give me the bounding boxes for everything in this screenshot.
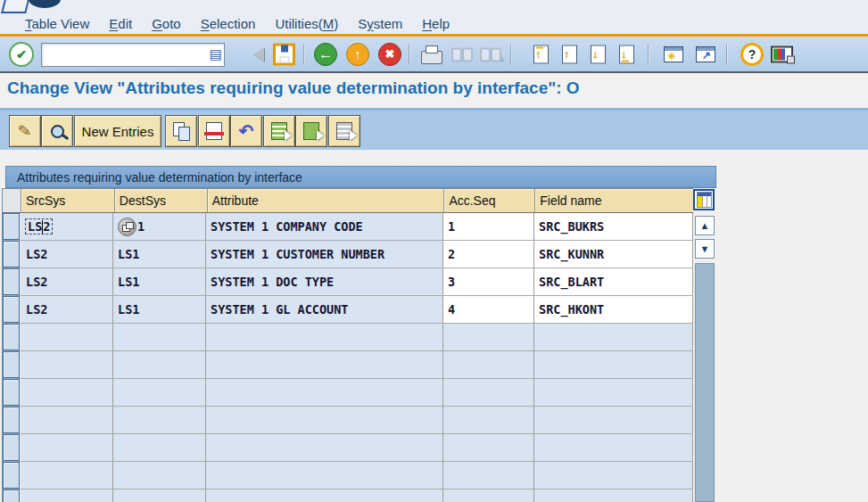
cell-accseq[interactable]: 1 bbox=[443, 213, 534, 240]
cell-destsys[interactable]: LS1 bbox=[113, 296, 206, 323]
menu-goto[interactable]: Goto bbox=[152, 16, 181, 31]
cell-destsys[interactable]: LS1 bbox=[113, 268, 206, 295]
cell-attribute[interactable] bbox=[206, 434, 443, 461]
row-selector[interactable] bbox=[3, 490, 20, 502]
row-selector[interactable] bbox=[3, 213, 20, 240]
row-selector[interactable] bbox=[3, 296, 20, 323]
cell-accseq[interactable] bbox=[443, 407, 534, 433]
cell-destsys[interactable] bbox=[113, 324, 206, 350]
cell-srcsys[interactable]: LS2 bbox=[21, 296, 113, 323]
cell-attribute[interactable] bbox=[206, 351, 443, 378]
row-selector[interactable] bbox=[3, 241, 20, 267]
row-selector[interactable] bbox=[3, 407, 20, 433]
last-page-button[interactable]: ↓ bbox=[619, 45, 634, 63]
cell-destsys[interactable] bbox=[113, 407, 206, 433]
row-selector[interactable] bbox=[3, 324, 20, 350]
scrollbar-thumb[interactable] bbox=[695, 263, 715, 502]
column-header-attribute[interactable]: Attribute bbox=[208, 189, 445, 212]
cell-srcsys[interactable] bbox=[21, 324, 113, 350]
find-button[interactable] bbox=[451, 47, 473, 61]
cell-accseq[interactable] bbox=[443, 379, 534, 406]
cell-accseq[interactable] bbox=[443, 324, 534, 350]
select-all-button[interactable] bbox=[263, 115, 295, 147]
cell-fieldname[interactable] bbox=[534, 407, 693, 433]
cell-accseq[interactable] bbox=[443, 462, 534, 489]
cell-srcsys[interactable]: LS2 bbox=[21, 268, 113, 295]
cell-destsys[interactable] bbox=[113, 462, 206, 489]
menu-selection[interactable]: Selection bbox=[201, 16, 256, 31]
cell-fieldname[interactable]: SRC_BLART bbox=[534, 268, 693, 295]
cell-attribute[interactable] bbox=[206, 379, 443, 406]
first-page-button[interactable]: ↑ bbox=[533, 45, 549, 63]
cell-srcsys[interactable] bbox=[21, 379, 113, 406]
enter-button[interactable]: ✔ bbox=[9, 42, 34, 67]
cell-fieldname[interactable] bbox=[534, 462, 693, 489]
cell-srcsys[interactable]: LS2 bbox=[21, 241, 113, 267]
cell-attribute[interactable] bbox=[206, 407, 443, 433]
cell-attribute[interactable]: SYSTEM 1 CUSTOMER NUMBER bbox=[206, 241, 443, 267]
back-button[interactable]: ← bbox=[314, 43, 337, 66]
row-selector[interactable] bbox=[3, 379, 20, 406]
cell-attribute[interactable] bbox=[206, 490, 443, 502]
exit-button[interactable]: ↑ bbox=[346, 43, 369, 66]
select-all-rows-header[interactable] bbox=[3, 189, 21, 212]
row-selector[interactable] bbox=[3, 268, 20, 295]
help-button[interactable]: ? bbox=[740, 43, 764, 66]
delete-row-button[interactable] bbox=[198, 115, 230, 147]
cell-attribute[interactable] bbox=[206, 324, 443, 350]
cell-srcsys[interactable] bbox=[21, 351, 113, 378]
cell-destsys[interactable]: LS1 bbox=[113, 241, 206, 267]
customize-layout-button[interactable] bbox=[771, 45, 793, 62]
cell-attribute[interactable]: SYSTEM 1 DOC TYPE bbox=[206, 268, 443, 295]
cell-accseq[interactable] bbox=[443, 434, 534, 461]
cell-srcsys[interactable]: LS2 bbox=[21, 213, 113, 240]
cell-destsys[interactable] bbox=[113, 351, 206, 378]
command-input[interactable] bbox=[44, 45, 206, 65]
cell-attribute[interactable]: SYSTEM 1 GL ACCOUNT bbox=[206, 296, 443, 323]
column-header-accseq[interactable]: Acc.Seq bbox=[444, 189, 535, 212]
cell-destsys[interactable]: 1 bbox=[113, 213, 206, 240]
display-change-toggle-button[interactable]: ✎ bbox=[9, 115, 41, 147]
undo-button[interactable]: ↶ bbox=[230, 115, 262, 147]
create-shortcut-button[interactable]: ↗ bbox=[696, 46, 715, 62]
cell-attribute[interactable] bbox=[206, 462, 443, 489]
menu-help[interactable]: Help bbox=[422, 16, 450, 31]
scroll-down-button[interactable]: ▼ bbox=[695, 239, 715, 259]
cell-accseq[interactable] bbox=[443, 351, 534, 378]
column-header-srcsys[interactable]: SrcSys bbox=[21, 189, 115, 212]
cell-accseq[interactable]: 2 bbox=[443, 241, 534, 267]
command-history-icon[interactable]: ▤ bbox=[210, 46, 222, 62]
find-next-button[interactable]: + bbox=[480, 47, 501, 61]
cell-fieldname[interactable] bbox=[534, 490, 693, 502]
new-session-button[interactable]: ✳ bbox=[664, 46, 683, 62]
cell-accseq[interactable]: 4 bbox=[443, 296, 534, 323]
new-entries-button[interactable]: New Entries bbox=[74, 115, 161, 147]
menu-utilities[interactable]: Utilities(M) bbox=[275, 16, 338, 31]
menu-edit[interactable]: Edit bbox=[109, 16, 132, 31]
cell-fieldname[interactable]: SRC_KUNNR bbox=[534, 241, 693, 267]
cell-attribute[interactable]: SYSTEM 1 COMPANY CODE bbox=[206, 213, 443, 240]
cell-srcsys[interactable] bbox=[21, 462, 113, 489]
save-button[interactable] bbox=[273, 43, 295, 65]
command-field[interactable]: ▤ bbox=[41, 43, 225, 67]
column-header-fieldname[interactable]: Field name bbox=[535, 189, 694, 212]
next-page-button[interactable]: ↓ bbox=[591, 45, 606, 63]
collapse-panel-button[interactable] bbox=[253, 47, 264, 62]
print-button[interactable] bbox=[421, 45, 442, 64]
table-configuration-button[interactable] bbox=[693, 189, 715, 210]
cell-fieldname[interactable]: SRC_BUKRS bbox=[534, 213, 693, 240]
deselect-all-button[interactable] bbox=[328, 115, 360, 147]
row-selector[interactable] bbox=[3, 351, 20, 378]
scroll-up-button[interactable]: ▲ bbox=[695, 216, 715, 235]
cell-fieldname[interactable] bbox=[534, 324, 693, 350]
cell-destsys[interactable] bbox=[113, 379, 206, 406]
cell-srcsys[interactable] bbox=[21, 434, 113, 461]
cell-srcsys[interactable] bbox=[21, 407, 113, 433]
menu-table-view[interactable]: Table View bbox=[25, 16, 89, 31]
previous-page-button[interactable]: ↑ bbox=[562, 45, 577, 63]
menu-system[interactable]: System bbox=[358, 16, 402, 31]
row-selector[interactable] bbox=[3, 434, 20, 461]
column-header-destsys[interactable]: DestSys bbox=[115, 189, 208, 212]
cell-accseq[interactable]: 3 bbox=[443, 268, 534, 295]
cell-accseq[interactable] bbox=[443, 490, 534, 502]
